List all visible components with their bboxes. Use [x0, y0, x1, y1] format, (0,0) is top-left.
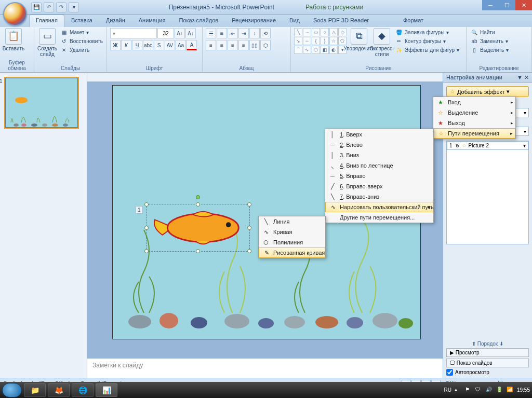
resize-handle[interactable] [144, 226, 149, 230]
rotate-handle[interactable] [196, 195, 200, 199]
qat-redo[interactable]: ↷ [56, 2, 66, 12]
delete-button[interactable]: ✕Удалить [59, 46, 104, 54]
tab-insert[interactable]: Вставка [64, 15, 99, 27]
menu-item[interactable]: ╲7. Вправо-вниз [325, 191, 433, 202]
start-button[interactable] [2, 383, 22, 397]
layout-button[interactable]: ▦Макет ▾ [59, 28, 104, 36]
shapes-gallery[interactable]: ╲→▭○△◇ ↘↔{}☆⬠ ⌒∿⬡◧◐▾ [294, 28, 347, 54]
menu-item[interactable]: ╲Линия [259, 216, 325, 227]
list-item[interactable]: 1🖱☆Picture 2▾ [447, 141, 528, 150]
resize-handle[interactable] [144, 249, 149, 253]
text-direction[interactable]: ⟲ [260, 28, 271, 38]
shrink-font[interactable]: A↓ [185, 28, 196, 38]
paste-button[interactable]: 📋Вставить [3, 28, 24, 51]
tab-slideshow[interactable]: Показ слайдов [172, 15, 225, 27]
slideshow-button[interactable]: 🖵 Показ слайдов [446, 359, 529, 367]
tab-home[interactable]: Главная [29, 15, 64, 27]
menu-item[interactable]: ╱6. Вправо-вверх [325, 181, 433, 191]
shadow-button[interactable]: S [154, 40, 164, 50]
resize-handle[interactable] [144, 202, 149, 207]
menu-item[interactable]: ☆Пути перемещения▸ [433, 128, 515, 139]
menu-item[interactable]: ⬡Полилиния [259, 237, 325, 248]
select-button[interactable]: ▯Выделить ▾ [470, 46, 510, 54]
indent-dec[interactable]: ⇤ [228, 28, 238, 38]
task-item[interactable]: 📊 [96, 383, 117, 397]
new-slide-button[interactable]: ▭Создать слайд [37, 28, 57, 57]
convert-smartart[interactable]: ⬡ [260, 40, 271, 50]
font-color-button[interactable]: A [187, 40, 197, 50]
selected-shape-fish[interactable] [146, 204, 250, 252]
resize-handle[interactable] [196, 202, 200, 207]
menu-item[interactable]: ★Вход▸ [433, 97, 515, 107]
menu-item[interactable]: │1. Вверх [325, 129, 433, 140]
tray-clock[interactable]: 19:55 [517, 387, 530, 393]
resize-handle[interactable] [247, 249, 251, 253]
window-minimize[interactable]: ─ [482, 0, 499, 10]
menu-item[interactable]: ☆Выделение▸ [433, 107, 515, 118]
animpane-close[interactable]: ▼ ✕ [517, 74, 529, 81]
tab-design[interactable]: Дизайн [99, 15, 132, 27]
window-maximize[interactable]: ☐ [499, 0, 515, 10]
columns[interactable]: ▯▯ [249, 40, 260, 50]
align-left[interactable]: ≡ [206, 40, 216, 50]
menu-item[interactable]: │3. Вниз [325, 150, 433, 160]
menu-item[interactable]: ∿Кривая [259, 227, 325, 237]
animation-effects-list[interactable]: 1🖱☆Picture 2▾ [446, 141, 529, 244]
arrange-button[interactable]: ⧉Упорядочить [349, 28, 369, 51]
add-effect-button[interactable]: ☆Добавить эффект ▾ [446, 86, 529, 97]
qat-save[interactable]: 💾 [31, 2, 42, 12]
font-family-select[interactable]: ▾ [110, 28, 157, 38]
slide-thumbnail[interactable]: 1 [5, 78, 78, 128]
task-item[interactable]: 📁 [24, 383, 46, 397]
tray-language[interactable]: RU [444, 387, 451, 393]
notes-pane[interactable]: Заметки к слайду [87, 358, 443, 378]
reset-button[interactable]: ↺Восстановить [59, 37, 104, 45]
task-item[interactable]: 🌐 [72, 383, 94, 397]
indent-inc[interactable]: ⇥ [238, 28, 249, 38]
preview-button[interactable]: ▶ Просмотр [446, 348, 529, 357]
font-size-select[interactable]: 32 [157, 28, 174, 38]
system-tray[interactable]: RU ▴⚑🛡🔊🔋📶 19:55 [444, 387, 530, 394]
strike-button[interactable]: abc [143, 40, 153, 50]
shape-outline-button[interactable]: ✏Контур фигуры ▾ [394, 37, 460, 45]
numbering-button[interactable]: ≡ [217, 28, 227, 38]
italic-button[interactable]: К [121, 40, 131, 50]
autopreview-checkbox[interactable]: Автопросмотр [446, 369, 529, 376]
task-item[interactable]: 🦊 [48, 383, 70, 397]
menu-item[interactable]: ─2. Влево [325, 140, 433, 150]
menu-item-custom-path[interactable]: ∿Нарисовать пользовательский путь▸ [325, 202, 433, 212]
find-button[interactable]: 🔍Найти [470, 28, 510, 36]
align-justify[interactable]: ≡ [238, 40, 249, 50]
case-button[interactable]: Aa [176, 40, 186, 50]
qat-undo[interactable]: ↶ [44, 2, 54, 12]
tab-view[interactable]: Вид [283, 15, 307, 27]
grow-font[interactable]: A↑ [175, 28, 185, 38]
replace-button[interactable]: abЗаменить ▾ [470, 37, 510, 45]
resize-handle[interactable] [247, 226, 251, 230]
menu-item[interactable]: ✎Рисованная кривая [259, 248, 325, 258]
resize-handle[interactable] [196, 249, 200, 253]
bold-button[interactable]: Ж [110, 40, 121, 50]
resize-handle[interactable] [247, 202, 251, 207]
slide-thumbnail-panel[interactable]: 1 [0, 73, 87, 378]
spacing-button[interactable]: AV [165, 40, 175, 50]
align-right[interactable]: ≡ [228, 40, 238, 50]
tab-sodapdf[interactable]: Soda PDF 3D Reader [307, 15, 376, 27]
tab-animation[interactable]: Анимация [132, 15, 172, 27]
qat-custom[interactable]: ▾ [69, 2, 79, 12]
office-button[interactable] [3, 2, 27, 26]
underline-button[interactable]: Ч [132, 40, 142, 50]
tab-review[interactable]: Рецензирование [225, 15, 283, 27]
tab-format[interactable]: Формат [396, 15, 430, 27]
bullets-button[interactable]: ☰ [206, 28, 216, 38]
quick-styles-button[interactable]: ◆Экспресс-стили [371, 28, 392, 57]
window-close[interactable]: ✕ [515, 0, 532, 10]
menu-item[interactable]: ─5. Вправо [325, 171, 433, 181]
align-center[interactable]: ≡ [217, 40, 227, 50]
menu-item[interactable]: ★Выход▸ [433, 118, 515, 128]
shape-effects-button[interactable]: ✨Эффекты для фигур ▾ [394, 46, 460, 54]
shape-fill-button[interactable]: 🪣Заливка фигуры ▾ [394, 28, 460, 36]
line-spacing[interactable]: ↕ [249, 28, 260, 38]
menu-item[interactable]: ⸜4. Вниз по лестнице [325, 160, 433, 171]
menu-item-more-paths[interactable]: Другие пути перемещения... [325, 212, 433, 223]
